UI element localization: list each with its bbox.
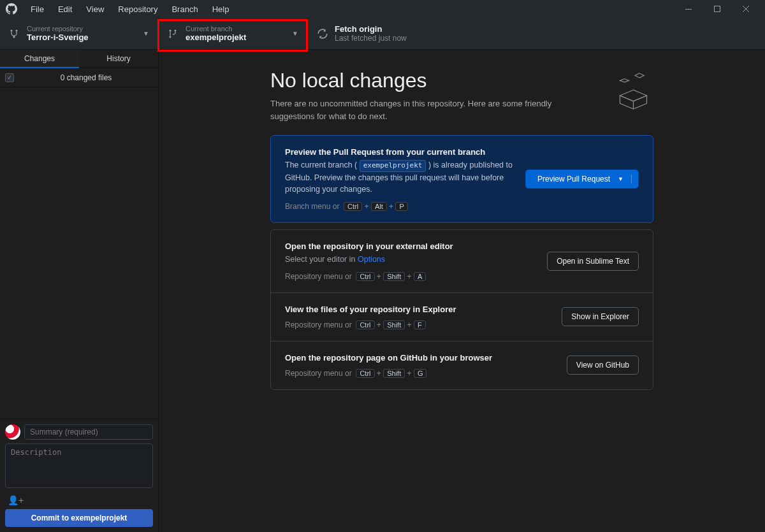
no-changes-hero: No local changes There are no uncommitte… (270, 69, 653, 122)
menu-view[interactable]: View (80, 2, 110, 17)
svg-point-8 (174, 29, 176, 31)
app-menu: File Edit View Repository Branch Help (24, 2, 235, 17)
svg-rect-1 (714, 6, 720, 12)
menu-branch[interactable]: Branch (165, 2, 204, 17)
hero-title: No local changes (270, 69, 589, 92)
minimize-button[interactable] (674, 0, 703, 18)
editor-card-title: Open the repository in your external edi… (285, 241, 534, 251)
editor-hotkey: Repository menu or Ctrl + Shift + A (285, 272, 534, 281)
show-in-explorer-button[interactable]: Show in Explorer (562, 307, 639, 326)
preview-pull-request-button[interactable]: Preview Pull Request▼ (525, 169, 639, 189)
pr-hotkey: Branch menu or Ctrl + Alt + P (285, 202, 513, 211)
branch-icon (168, 29, 179, 39)
suggestions-card: Open the repository in your external edi… (270, 229, 653, 390)
chevron-down-icon: ▼ (143, 30, 149, 37)
fetch-label: Fetch origin (335, 24, 407, 34)
select-all-checkbox[interactable]: ✓ (5, 73, 14, 82)
view-on-github-button[interactable]: View on GitHub (567, 356, 639, 375)
main: Changes History ✓ 0 changed files 👤+ Com… (0, 50, 765, 532)
commit-summary-input[interactable] (24, 424, 153, 440)
svg-point-7 (169, 29, 171, 31)
window-controls (674, 0, 760, 18)
svg-point-6 (13, 36, 15, 38)
options-link[interactable]: Options (358, 255, 385, 264)
chevron-down-icon: ▼ (292, 30, 298, 37)
hero-subtitle: There are no uncommitted changes in this… (270, 97, 589, 122)
explorer-hotkey: Repository menu or Ctrl + Shift + F (285, 320, 549, 329)
repo-label: Current repository (27, 25, 89, 32)
person-add-icon: 👤 (8, 495, 18, 505)
toolbar: Current repository Terror-i-Sverige ▼ Cu… (0, 18, 765, 50)
empty-boxes-illustration (609, 69, 653, 113)
github-hotkey: Repository menu or Ctrl + Shift + G (285, 369, 554, 378)
svg-rect-0 (685, 9, 692, 10)
svg-point-4 (10, 29, 12, 31)
avatar (5, 424, 20, 440)
close-button[interactable] (731, 0, 760, 18)
github-logo-icon (5, 3, 18, 15)
menu-edit[interactable]: Edit (52, 2, 78, 17)
add-coauthor-button[interactable]: 👤+ (5, 494, 153, 509)
branch-label: Current branch (186, 25, 246, 32)
changes-list (0, 87, 158, 419)
maximize-button[interactable] (703, 0, 731, 18)
github-card-title: Open the repository page on GitHub in yo… (285, 353, 554, 363)
commit-button[interactable]: Commit to exempelprojekt (5, 509, 153, 527)
chevron-down-icon: ▼ (618, 176, 623, 182)
current-repository-selector[interactable]: Current repository Terror-i-Sverige ▼ (0, 18, 159, 49)
content: No local changes There are no uncommitte… (159, 50, 765, 532)
pr-card-title: Preview the Pull Request from your curre… (285, 147, 513, 157)
commit-description-input[interactable] (5, 443, 153, 488)
preview-pr-card: Preview the Pull Request from your curre… (270, 135, 653, 223)
sync-icon (317, 28, 328, 40)
changed-files-count: 0 changed files (19, 73, 153, 82)
menu-file[interactable]: File (24, 2, 50, 17)
commit-box: 👤+ Commit to exempelprojekt (0, 419, 158, 532)
pr-card-desc: The current branch ( exempelprojekt ) is… (285, 159, 513, 196)
menu-help[interactable]: Help (206, 2, 236, 17)
tab-history[interactable]: History (79, 50, 158, 68)
menu-repository[interactable]: Repository (112, 2, 164, 17)
title-bar: File Edit View Repository Branch Help (0, 0, 765, 18)
sidebar-tabs: Changes History (0, 50, 158, 68)
branch-chip: exempelprojekt (360, 160, 426, 172)
tab-changes[interactable]: Changes (0, 50, 79, 68)
explorer-card-title: View the files of your repository in Exp… (285, 305, 549, 314)
current-branch-selector[interactable]: Current branch exempelprojekt ▼ (159, 18, 308, 49)
repo-name: Terror-i-Sverige (27, 32, 89, 42)
editor-card-desc: Select your editor in Options (285, 254, 534, 266)
fetch-origin-button[interactable]: Fetch origin Last fetched just now (308, 18, 416, 49)
svg-point-9 (169, 36, 171, 38)
changes-header: ✓ 0 changed files (0, 68, 158, 87)
fetch-sub: Last fetched just now (335, 34, 407, 43)
branch-name: exempelprojekt (186, 32, 246, 42)
sidebar: Changes History ✓ 0 changed files 👤+ Com… (0, 50, 159, 532)
open-in-editor-button[interactable]: Open in Sublime Text (547, 252, 639, 271)
svg-point-5 (15, 29, 17, 31)
repo-icon (9, 29, 20, 39)
